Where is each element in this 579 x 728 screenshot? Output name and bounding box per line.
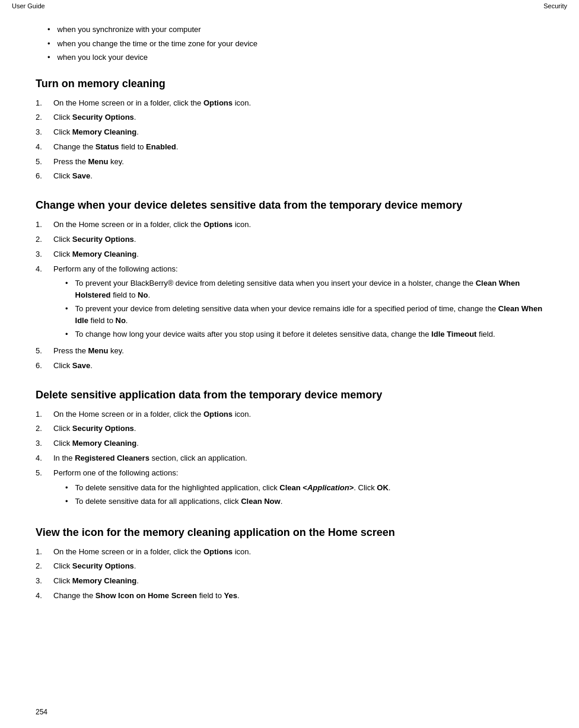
step-item: 4.Change the Show Icon on Home Screen fi… [36, 590, 543, 602]
step-item: 1.On the Home screen or in a folder, cli… [36, 408, 543, 421]
step-number: 1. [36, 546, 53, 558]
sub-bullet-list: To delete sensitive data for the highlig… [53, 482, 543, 507]
step-number: 1. [36, 408, 53, 421]
step-number: 3. [36, 575, 53, 587]
intro-bullet-item: when you change the time or the time zon… [36, 38, 543, 50]
step-number: 2. [36, 111, 53, 124]
step-text: Perform any of the following actions: [53, 264, 178, 273]
step-text: On the Home screen or in a folder, click… [53, 220, 251, 229]
step-item: 1.On the Home screen or in a folder, cli… [36, 97, 543, 110]
step-item: 4.Perform any of the following actions:T… [36, 263, 543, 343]
section-title-delete-sensitive-application-data: Delete sensitive application data from t… [36, 389, 543, 401]
step-content: Click Security Options. [53, 234, 543, 246]
step-content: On the Home screen or in a folder, click… [53, 408, 543, 421]
intro-bullet-item: when you synchronize with your computer [36, 24, 543, 36]
sub-bullet-item: To delete sensitive data for the highlig… [53, 482, 543, 494]
step-text: Change the Show Icon on Home Screen fiel… [53, 591, 240, 600]
page-number: 254 [36, 708, 47, 716]
steps-list-change-when-device-deletes: 1.On the Home screen or in a folder, cli… [36, 219, 543, 372]
step-item: 4.In the Registered Cleaners section, cl… [36, 452, 543, 465]
step-number: 5. [36, 345, 53, 357]
step-text: On the Home screen or in a folder, click… [53, 98, 251, 107]
step-content: On the Home screen or in a folder, click… [53, 97, 543, 110]
step-number: 4. [36, 263, 53, 276]
step-text: Click Save. [53, 171, 93, 180]
step-text: Change the Status field to Enabled. [53, 142, 178, 151]
step-text: On the Home screen or in a folder, click… [53, 410, 251, 419]
step-number: 6. [36, 170, 53, 183]
step-text: Perform one of the following actions: [53, 468, 178, 477]
sub-bullet-item: To delete sensitive data for all applica… [53, 496, 543, 507]
step-number: 2. [36, 234, 53, 246]
step-text: Click Save. [53, 361, 93, 370]
step-content: Change the Status field to Enabled. [53, 141, 543, 154]
step-item: 2.Click Security Options. [36, 560, 543, 573]
step-item: 5.Press the Menu key. [36, 156, 543, 168]
step-number: 5. [36, 156, 53, 168]
step-text: Click Memory Cleaning. [53, 127, 139, 136]
step-content: Perform any of the following actions:To … [53, 263, 543, 343]
step-number: 3. [36, 248, 53, 261]
step-content: Click Memory Cleaning. [53, 248, 543, 261]
section-change-when-device-deletes: Change when your device deletes sensitiv… [36, 199, 543, 372]
step-number: 4. [36, 452, 53, 465]
step-item: 5.Perform one of the following actions:T… [36, 467, 543, 510]
step-item: 1.On the Home screen or in a folder, cli… [36, 546, 543, 558]
step-number: 1. [36, 97, 53, 110]
step-item: 2.Click Security Options. [36, 234, 543, 246]
header-left: User Guide [12, 2, 45, 9]
step-item: 3.Click Memory Cleaning. [36, 248, 543, 261]
page-content: when you synchronize with your computerw… [0, 12, 579, 643]
step-number: 1. [36, 219, 53, 231]
step-content: Click Memory Cleaning. [53, 126, 543, 139]
step-content: Click Security Options. [53, 423, 543, 435]
step-item: 6.Click Save. [36, 170, 543, 183]
steps-list-delete-sensitive-application-data: 1.On the Home screen or in a folder, cli… [36, 408, 543, 510]
step-text: In the Registered Cleaners section, clic… [53, 454, 247, 462]
step-text: Press the Menu key. [53, 346, 124, 355]
sub-bullet-list: To prevent your BlackBerry® device from … [53, 277, 543, 340]
step-number: 2. [36, 560, 53, 573]
step-item: 6.Click Save. [36, 360, 543, 372]
intro-bullet-list: when you synchronize with your computerw… [36, 24, 543, 63]
section-title-turn-on-memory-cleaning: Turn on memory cleaning [36, 78, 543, 90]
step-item: 2.Click Security Options. [36, 111, 543, 124]
steps-list-view-icon-memory-cleaning: 1.On the Home screen or in a folder, cli… [36, 546, 543, 602]
step-number: 3. [36, 438, 53, 450]
section-turn-on-memory-cleaning: Turn on memory cleaning1.On the Home scr… [36, 78, 543, 183]
header-right: Security [543, 2, 567, 9]
step-content: Press the Menu key. [53, 156, 543, 168]
step-number: 4. [36, 590, 53, 602]
step-item: 5.Press the Menu key. [36, 345, 543, 357]
step-item: 1.On the Home screen or in a folder, cli… [36, 219, 543, 231]
step-number: 5. [36, 467, 53, 480]
sub-bullet-item: To prevent your device from deleting sen… [53, 303, 543, 326]
step-content: Click Save. [53, 170, 543, 183]
step-content: In the Registered Cleaners section, clic… [53, 452, 543, 465]
step-content: Click Memory Cleaning. [53, 575, 543, 587]
step-content: On the Home screen or in a folder, click… [53, 219, 543, 231]
step-text: Click Security Options. [53, 235, 136, 244]
page-header: User Guide Security [0, 0, 579, 12]
step-text: Click Memory Cleaning. [53, 439, 139, 448]
step-number: 6. [36, 360, 53, 372]
step-item: 3.Click Memory Cleaning. [36, 126, 543, 139]
step-content: Click Security Options. [53, 560, 543, 573]
step-content: On the Home screen or in a folder, click… [53, 546, 543, 558]
section-title-change-when-device-deletes: Change when your device deletes sensitiv… [36, 199, 543, 212]
step-item: 2.Click Security Options. [36, 423, 543, 435]
sub-bullet-item: To change how long your device waits aft… [53, 328, 543, 340]
step-text: Click Security Options. [53, 561, 136, 570]
steps-list-turn-on-memory-cleaning: 1.On the Home screen or in a folder, cli… [36, 97, 543, 183]
step-content: Click Memory Cleaning. [53, 438, 543, 450]
step-number: 2. [36, 423, 53, 435]
step-text: Click Memory Cleaning. [53, 576, 139, 585]
step-content: Click Security Options. [53, 111, 543, 124]
sub-bullet-item: To prevent your BlackBerry® device from … [53, 277, 543, 301]
intro-bullet-item: when you lock your device [36, 52, 543, 63]
step-content: Change the Show Icon on Home Screen fiel… [53, 590, 543, 602]
step-content: Perform one of the following actions:To … [53, 467, 543, 510]
step-content: Press the Menu key. [53, 345, 543, 357]
step-text: Press the Menu key. [53, 157, 124, 166]
section-view-icon-memory-cleaning: View the icon for the memory cleaning ap… [36, 526, 543, 602]
